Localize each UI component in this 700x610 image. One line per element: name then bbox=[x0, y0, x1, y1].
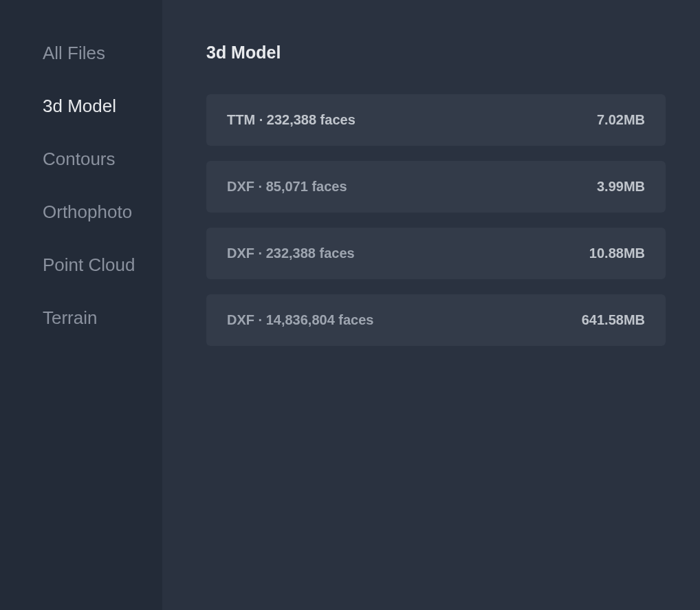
app-container: All Files 3d Model Contours Orthophoto P… bbox=[0, 0, 700, 610]
file-label: DXF · 85,071 faces bbox=[227, 179, 347, 195]
sidebar-item-terrain[interactable]: Terrain bbox=[43, 306, 142, 330]
file-row[interactable]: DXF · 14,836,804 faces 641.58MB bbox=[206, 294, 666, 346]
file-size: 10.88MB bbox=[589, 246, 645, 261]
file-row[interactable]: DXF · 85,071 faces 3.99MB bbox=[206, 161, 666, 213]
sidebar-item-3d-model[interactable]: 3d Model bbox=[43, 94, 142, 118]
file-list: TTM · 232,388 faces 7.02MB DXF · 85,071 … bbox=[206, 94, 666, 346]
file-label: TTM · 232,388 faces bbox=[227, 112, 356, 128]
sidebar-item-orthophoto[interactable]: Orthophoto bbox=[43, 200, 142, 224]
sidebar-item-all-files[interactable]: All Files bbox=[43, 41, 142, 65]
file-row[interactable]: DXF · 232,388 faces 10.88MB bbox=[206, 228, 666, 279]
file-size: 3.99MB bbox=[597, 179, 645, 195]
file-size: 7.02MB bbox=[597, 112, 645, 128]
file-row[interactable]: TTM · 232,388 faces 7.02MB bbox=[206, 94, 666, 146]
sidebar-item-contours[interactable]: Contours bbox=[43, 147, 142, 171]
sidebar-item-label: All Files bbox=[43, 43, 105, 63]
sidebar: All Files 3d Model Contours Orthophoto P… bbox=[0, 0, 162, 610]
page-title: 3d Model bbox=[206, 43, 666, 63]
file-label: DXF · 232,388 faces bbox=[227, 246, 355, 261]
main-content: 3d Model TTM · 232,388 faces 7.02MB DXF … bbox=[162, 0, 700, 610]
sidebar-item-label: Terrain bbox=[43, 307, 97, 328]
sidebar-item-label: Contours bbox=[43, 149, 116, 169]
sidebar-item-point-cloud[interactable]: Point Cloud bbox=[43, 253, 142, 277]
sidebar-item-label: 3d Model bbox=[43, 96, 116, 116]
sidebar-item-label: Point Cloud bbox=[43, 254, 135, 275]
file-label: DXF · 14,836,804 faces bbox=[227, 312, 373, 328]
file-size: 641.58MB bbox=[582, 312, 645, 328]
sidebar-item-label: Orthophoto bbox=[43, 201, 132, 222]
